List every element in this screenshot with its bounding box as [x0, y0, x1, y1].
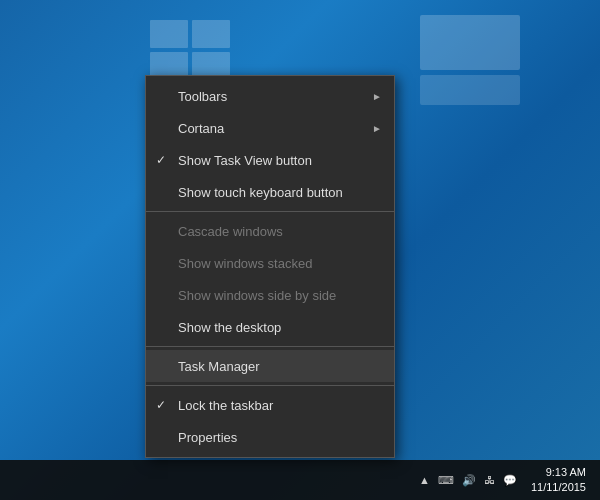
menu-item-properties[interactable]: Properties — [146, 421, 394, 453]
system-clock[interactable]: 9:13 AM 11/11/2015 — [525, 465, 592, 496]
taskbar: ▲ ⌨ 🔊 🖧 💬 9:13 AM 11/11/2015 — [0, 460, 600, 500]
system-tray: ▲ ⌨ 🔊 🖧 💬 — [417, 472, 519, 489]
message-icon[interactable]: 💬 — [501, 472, 519, 489]
menu-item-cortana-label: Cortana — [178, 121, 224, 136]
menu-item-side-by-side-label: Show windows side by side — [178, 288, 336, 303]
arrow-icon: ► — [372, 91, 382, 102]
menu-item-touch-keyboard-label: Show touch keyboard button — [178, 185, 343, 200]
network-icon[interactable]: 🖧 — [482, 472, 497, 488]
checkmark-icon-2: ✓ — [156, 398, 166, 412]
menu-item-cascade[interactable]: Cascade windows — [146, 215, 394, 247]
taskbar-right-area: ▲ ⌨ 🔊 🖧 💬 9:13 AM 11/11/2015 — [417, 465, 600, 496]
menu-item-stacked-label: Show windows stacked — [178, 256, 312, 271]
windows-logo-decoration — [150, 20, 230, 80]
desktop-window-decoration-2 — [420, 75, 520, 105]
menu-item-toolbars[interactable]: Toolbars ► — [146, 80, 394, 112]
menu-item-task-manager[interactable]: Task Manager — [146, 350, 394, 382]
menu-item-lock-taskbar-label: Lock the taskbar — [178, 398, 273, 413]
context-menu: Toolbars ► Cortana ► ✓ Show Task View bu… — [145, 75, 395, 458]
win-pane-1 — [150, 20, 188, 48]
win-pane-2 — [192, 20, 230, 48]
menu-item-cortana[interactable]: Cortana ► — [146, 112, 394, 144]
menu-item-properties-label: Properties — [178, 430, 237, 445]
checkmark-icon: ✓ — [156, 153, 166, 167]
arrow-icon: ► — [372, 123, 382, 134]
menu-item-show-desktop[interactable]: Show the desktop — [146, 311, 394, 343]
menu-item-touch-keyboard[interactable]: Show touch keyboard button — [146, 176, 394, 208]
separator-2 — [146, 346, 394, 347]
separator-3 — [146, 385, 394, 386]
clock-date: 11/11/2015 — [531, 480, 586, 495]
keyboard-icon[interactable]: ⌨ — [436, 472, 456, 489]
menu-item-lock-taskbar[interactable]: ✓ Lock the taskbar — [146, 389, 394, 421]
menu-item-side-by-side[interactable]: Show windows side by side — [146, 279, 394, 311]
menu-item-show-desktop-label: Show the desktop — [178, 320, 281, 335]
menu-item-stacked[interactable]: Show windows stacked — [146, 247, 394, 279]
desktop-window-decoration-1 — [420, 15, 520, 70]
clock-time: 9:13 AM — [531, 465, 586, 480]
menu-item-task-view-label: Show Task View button — [178, 153, 312, 168]
menu-item-toolbars-label: Toolbars — [178, 89, 227, 104]
separator-1 — [146, 211, 394, 212]
menu-item-cascade-label: Cascade windows — [178, 224, 283, 239]
menu-item-task-manager-label: Task Manager — [178, 359, 260, 374]
volume-icon[interactable]: 🔊 — [460, 472, 478, 489]
chevron-icon[interactable]: ▲ — [417, 472, 432, 488]
menu-item-task-view[interactable]: ✓ Show Task View button — [146, 144, 394, 176]
